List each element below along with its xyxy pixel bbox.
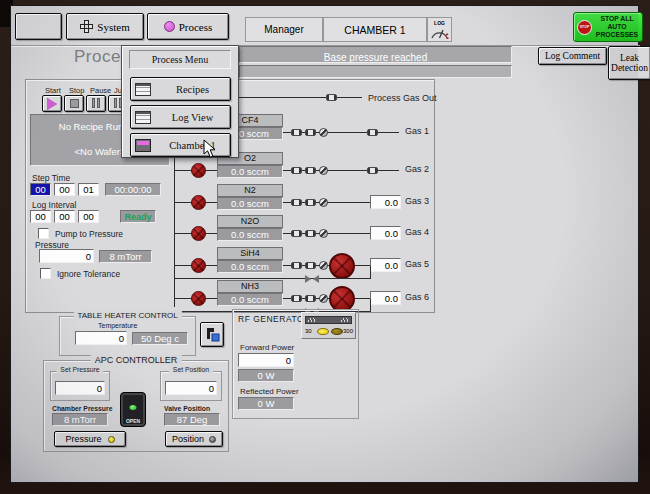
system-icon	[80, 20, 93, 33]
pump-to-pressure-checkbox[interactable]	[38, 228, 49, 239]
mfc-valve-icon	[305, 295, 316, 302]
log-interval-hours-input[interactable]	[30, 210, 51, 223]
stop-all-auto-button[interactable]: STOP STOP ALL AUTO PROCESSES	[573, 12, 643, 42]
mfc-sensor-icon	[319, 128, 328, 137]
set-pressure-input[interactable]	[55, 381, 105, 395]
position-mode-led	[209, 436, 216, 443]
log-interval-minutes-input[interactable]	[54, 210, 75, 223]
mfc-valve-icon	[305, 167, 316, 174]
line-valve-icon[interactable]	[367, 167, 378, 174]
stop-icon	[70, 99, 79, 108]
apc-valve-led	[130, 405, 137, 410]
set-position-group: Set Position	[160, 371, 222, 401]
outlet-valve-icon[interactable]	[326, 94, 337, 101]
mfc-valve-icon	[291, 129, 302, 136]
leak-detection-button[interactable]: Leak Detection	[608, 46, 650, 80]
process-gas-out-label: Process Gas Out	[368, 93, 437, 103]
mfc-valve-icon	[305, 199, 316, 206]
pressure-mode-button[interactable]: Pressure	[54, 431, 126, 447]
gas-flow-readout: 0.0 sccm	[217, 228, 283, 241]
mfc-sensor-icon	[319, 294, 328, 303]
ready-indicator: Ready	[120, 210, 156, 223]
step-time-hours-input[interactable]	[30, 183, 51, 196]
stop-button[interactable]	[64, 95, 84, 112]
process-button-label: Process	[179, 21, 213, 33]
rf-generator-title: RF GENERATOR	[238, 314, 311, 324]
rf-range-low: 30	[305, 328, 312, 334]
process-menu-popup: Process Menu Recipes Log View Chamber 1	[121, 45, 239, 158]
chamber-pressure-readout: 8 mTorr	[52, 413, 108, 426]
mfc-sensor-icon	[319, 229, 328, 238]
line-valve-icon[interactable]	[367, 129, 378, 136]
mfc-valve-icon	[291, 295, 302, 302]
rf-range-low-lamp[interactable]	[317, 328, 329, 335]
menu-item-log-view[interactable]: Log View	[130, 105, 231, 129]
rf-range-indicator: 30 300	[301, 312, 356, 339]
mfc-valve-icon	[291, 167, 302, 174]
forward-power-input[interactable]	[238, 353, 294, 367]
mfc-sensor-icon	[319, 166, 328, 175]
bypass-line	[174, 278, 370, 279]
step-time-seconds-input[interactable]	[78, 183, 99, 196]
system-menu-button[interactable]: System	[66, 13, 144, 40]
gas-setpoint-input[interactable]	[370, 291, 401, 305]
gas-channel-label: Gas 3	[405, 196, 429, 206]
set-position-input[interactable]	[165, 381, 217, 395]
mfc-valve-icon	[305, 230, 316, 237]
blank-button[interactable]	[15, 13, 62, 40]
ignore-tolerance-checkbox[interactable]	[40, 268, 51, 279]
pressure-setpoint-input[interactable]	[39, 249, 94, 263]
gas-inlet-valve-icon[interactable]	[191, 195, 206, 210]
forward-power-label: Forward Power	[240, 343, 294, 352]
menu-item-label: Log View	[155, 112, 230, 123]
gas-channel-label: Gas 1	[405, 126, 429, 136]
log-interval-seconds-input[interactable]	[78, 210, 99, 223]
gas-inlet-valve-icon[interactable]	[191, 291, 206, 306]
pause-button[interactable]	[86, 95, 106, 112]
position-mode-button[interactable]: Position	[165, 431, 223, 447]
gas-setpoint-input[interactable]	[370, 258, 401, 272]
log-gauge-cell[interactable]: LOG	[427, 17, 452, 42]
temperature-setpoint-input[interactable]	[75, 331, 127, 345]
chamber-cell: CHAMBER 1	[323, 17, 427, 42]
gas-setpoint-input[interactable]	[370, 195, 401, 209]
elapsed-time-display: 00:00:00	[105, 183, 161, 196]
start-button[interactable]	[42, 95, 62, 112]
user-level-cell: Manager	[245, 17, 323, 42]
mfc-valve-icon	[291, 262, 302, 269]
pipe-line	[355, 265, 370, 266]
gas-inlet-valve-icon[interactable]	[191, 226, 206, 241]
rf-range-high-lamp[interactable]	[331, 328, 343, 335]
reflected-power-readout: 0 W	[238, 397, 294, 410]
log-comment-button[interactable]: Log Comment	[538, 47, 607, 65]
apc-title: APC CONTROLLER	[91, 355, 182, 365]
mfc-valve-icon	[291, 199, 302, 206]
gas-setpoint-input[interactable]	[370, 226, 401, 240]
menu-item-recipes[interactable]: Recipes	[130, 77, 231, 101]
play-icon	[47, 98, 57, 110]
heater-icon	[204, 326, 220, 343]
gas-name: N2	[217, 184, 283, 197]
chamber-pressure-label: Chamber Pressure	[52, 405, 112, 412]
gas-flow-readout: 0.0 sccm	[217, 197, 283, 210]
set-position-label: Set Position	[169, 366, 213, 373]
pause-icon	[91, 98, 102, 109]
heater-icon-button[interactable]	[200, 322, 224, 347]
gas-inlet-valve-icon[interactable]	[191, 258, 206, 273]
leak-detection-label: Leak Detection	[609, 53, 650, 73]
process-menu-button[interactable]: Process	[147, 13, 229, 40]
apc-valve-icon[interactable]: OPEN	[120, 392, 146, 427]
top-bar: System Process Manager CHAMBER 1 LOG STO…	[11, 6, 640, 46]
apc-valve-state: OPEN	[121, 418, 145, 424]
table-heater-title: TABLE HEATER CONTROL	[73, 311, 181, 320]
gas-outlet-valve-icon[interactable]	[329, 253, 355, 279]
gas-name: NH3	[217, 280, 283, 293]
log-view-icon	[135, 111, 151, 124]
stop-sign-text: STOP	[580, 25, 589, 29]
log-interval-label: Log Interval	[32, 200, 76, 210]
process-menu-title: Process Menu	[129, 50, 231, 69]
gas-inlet-valve-icon[interactable]	[191, 163, 206, 178]
transport-label-stop: Stop	[69, 86, 84, 95]
gas-channel-label: Gas 6	[405, 292, 429, 302]
step-time-minutes-input[interactable]	[54, 183, 75, 196]
